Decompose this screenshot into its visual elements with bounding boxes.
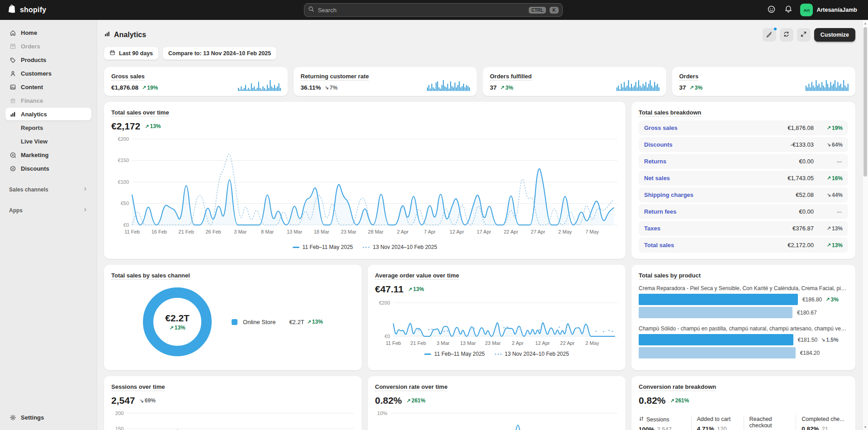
conversion-rate-breakdown-card: Conversion rate breakdown 0.82% ↗261% Se…: [631, 376, 855, 430]
expand-button[interactable]: [797, 28, 811, 42]
svg-text:150: 150: [115, 426, 124, 430]
conversion-delta: ↗261%: [407, 397, 426, 404]
product-name: Crema Reparadora - Piel Seca y Sensible,…: [639, 285, 848, 291]
card-title[interactable]: Average order value over time: [375, 272, 459, 280]
assistant-button[interactable]: [764, 3, 778, 17]
sales-by-product-card: Total sales by product Crema Reparadora …: [631, 265, 855, 370]
sidebar-item-settings[interactable]: Settings: [5, 411, 91, 424]
funnel-step-reached-checkout: Reached checkout 2.94%75: [744, 415, 796, 430]
date-range-button[interactable]: Last 90 days: [104, 47, 158, 60]
svg-text:€100: €100: [118, 179, 129, 185]
svg-text:27 Apr: 27 Apr: [531, 229, 545, 234]
kpi-title[interactable]: Orders fulfilled: [490, 73, 531, 81]
breakdown-row: Net sales€1,743.05↗16%: [639, 171, 848, 186]
breakdown-link[interactable]: Gross sales: [644, 124, 678, 131]
avatar: Art: [800, 4, 813, 16]
legend-label: 13 Nov 2024–10 Feb 2025: [373, 244, 437, 250]
total-sales-line-chart: €0€50€100€150€20011 Feb16 Feb21 Feb26 Fe…: [111, 134, 618, 240]
sidebar-item-marketing[interactable]: Marketing: [5, 148, 91, 161]
svg-text:16 Feb: 16 Feb: [152, 229, 167, 234]
breakdown-link[interactable]: Return fees: [644, 208, 677, 215]
sidebar-item-label: Marketing: [21, 152, 48, 158]
notifications-button[interactable]: [781, 3, 796, 17]
sidebar-item-live-view[interactable]: Live View: [5, 135, 91, 148]
card-title[interactable]: Conversion rate breakdown: [639, 383, 716, 391]
account-menu[interactable]: Art ArtesaníaJamb: [798, 2, 861, 18]
ai-insights-button[interactable]: [763, 28, 776, 42]
refresh-button[interactable]: [780, 28, 793, 42]
chart-legend: 11 Feb–11 May 2025 13 Nov 2024–10 Feb 20…: [111, 244, 618, 250]
card-title[interactable]: Total sales over time: [111, 109, 169, 117]
page-title: Analytics: [104, 31, 146, 39]
breakdown-link[interactable]: Returns: [644, 158, 666, 165]
card-title[interactable]: Total sales by sales channel: [111, 272, 190, 280]
svg-text:13 Mar: 13 Mar: [460, 340, 476, 346]
card-title[interactable]: Conversion rate over time: [375, 383, 447, 391]
sidebar-item-content[interactable]: Content: [5, 81, 91, 93]
sidebar-item-orders[interactable]: Orders: [5, 40, 91, 53]
breakdown-link[interactable]: Total sales: [644, 242, 674, 248]
svg-text:€150: €150: [118, 158, 129, 163]
svg-text:2 Apr: 2 Apr: [512, 340, 523, 346]
sidebar-item-label: Live View: [21, 138, 47, 145]
chevron-right-icon: [83, 186, 88, 193]
sidebar-item-customers[interactable]: Customers: [5, 67, 91, 80]
breakdown-row: Taxes€376.87↗13%: [639, 221, 848, 236]
compare-to-button[interactable]: Compare to: 13 Nov 2024–10 Feb 2025: [163, 47, 276, 60]
kpi-title[interactable]: Gross sales: [111, 73, 145, 81]
svg-text:22 Apr: 22 Apr: [504, 229, 518, 234]
sidebar-section-sales-channels[interactable]: Sales channels: [5, 184, 91, 196]
breakdown-link[interactable]: Shipping charges: [644, 191, 693, 198]
sidebar-item-label: Content: [21, 84, 43, 91]
sidebar-item-finance[interactable]: Finance: [5, 94, 91, 107]
svg-text:12 Apr: 12 Apr: [535, 340, 550, 346]
search-input[interactable]: [318, 7, 525, 14]
breakdown-row: Returns€0.00—: [639, 154, 848, 169]
vertical-scrollbar[interactable]: ▲ ▼: [862, 20, 868, 430]
sidebar-item-home[interactable]: Home: [5, 26, 91, 39]
conversion-funnel: Sessions 100%2,547 Added to cart 4.71%12…: [639, 415, 848, 430]
product-bar-previous: [639, 307, 792, 318]
total-sales-value: €2,172: [111, 121, 140, 132]
global-search[interactable]: CTRL K: [304, 3, 563, 17]
shopify-logo[interactable]: shopify: [7, 4, 102, 16]
sidebar-item-reports[interactable]: Reports: [5, 121, 91, 134]
card-title[interactable]: Total sales by product: [639, 272, 701, 280]
svg-text:26 Feb: 26 Feb: [205, 229, 221, 234]
customize-button[interactable]: Customize: [814, 28, 855, 42]
scroll-up-arrow[interactable]: ▲: [863, 20, 868, 26]
section-label: Apps: [9, 207, 23, 214]
conversion-breakdown-value: 0.82%: [639, 395, 666, 406]
funnel-step-sessions: Sessions 100%2,547: [639, 415, 691, 430]
card-title[interactable]: Total sales breakdown: [639, 109, 701, 117]
shortcut-ctrl-key: CTRL: [529, 7, 546, 14]
svg-text:200: 200: [115, 411, 124, 416]
scroll-down-arrow[interactable]: ▼: [863, 424, 868, 430]
kpi-delta: ↗19%: [142, 85, 158, 91]
sidebar-item-analytics[interactable]: Analytics: [5, 108, 91, 120]
breakdown-link[interactable]: Taxes: [644, 225, 660, 232]
breakdown-link[interactable]: Net sales: [644, 175, 670, 182]
sidebar-section-apps[interactable]: Apps: [5, 205, 91, 216]
svg-text:17 Apr: 17 Apr: [477, 229, 491, 234]
sidebar: Home Orders Products Customers Content F…: [0, 20, 97, 430]
sidebar-item-label: Finance: [21, 97, 43, 104]
breakdown-link[interactable]: Discounts: [644, 141, 673, 148]
sidebar-item-products[interactable]: Products: [5, 53, 91, 66]
scrollbar-thumb[interactable]: [863, 27, 867, 177]
kpi-value: 37: [490, 84, 497, 91]
kpi-title[interactable]: Orders: [679, 73, 699, 81]
svg-text:2 Apr: 2 Apr: [397, 229, 408, 234]
kpi-card-orders-fulfilled: Orders fulfilled 37 ↗3%: [483, 67, 666, 96]
section-label: Sales channels: [9, 186, 48, 193]
kpi-title[interactable]: Returning customer rate: [301, 73, 369, 81]
svg-text:11 Feb: 11 Feb: [124, 229, 139, 234]
svg-text:18 Mar: 18 Mar: [314, 229, 330, 234]
sidebar-item-label: Settings: [21, 414, 44, 421]
svg-text:8 Mar: 8 Mar: [261, 229, 274, 234]
sidebar-item-discounts[interactable]: Discounts: [5, 162, 91, 175]
card-title[interactable]: Sessions over time: [111, 383, 165, 391]
legend-swatch-online-store: [232, 319, 237, 325]
orders-icon: [9, 43, 16, 50]
channel-value: €2.2T: [289, 319, 304, 325]
